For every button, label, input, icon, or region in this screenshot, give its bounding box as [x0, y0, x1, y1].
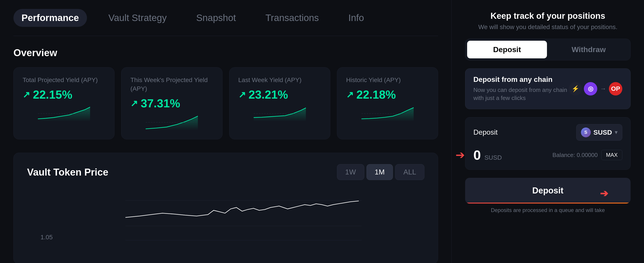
mini-chart-1	[130, 114, 213, 130]
stat-label-2: Last Week Yield (APY)	[238, 76, 321, 84]
tab-transactions[interactable]: Transactions	[258, 9, 327, 27]
deposit-amount: 0 SUSD	[474, 148, 502, 163]
main-tabs: Performance Vault Strategy Snapshot Tran…	[14, 9, 438, 27]
stat-label-0: Total Projected Yield (APY)	[22, 76, 105, 84]
red-arrow-icon: ➔	[456, 148, 465, 162]
mini-chart-3	[346, 106, 429, 122]
mini-chart-2	[238, 106, 321, 122]
trend-icon-3: ↗	[346, 90, 354, 100]
chart-title: Vault Token Price	[27, 166, 108, 178]
main-chart	[27, 189, 424, 252]
token-icon: S	[581, 128, 591, 137]
amount-value: 0	[474, 148, 481, 163]
tab-info[interactable]: Info	[340, 9, 372, 27]
right-title: Keep track of your positions	[465, 11, 630, 21]
deposit-top: Deposit S SUSD ▾	[474, 124, 622, 141]
deposit-note: Deposits are processed in a queue and wi…	[465, 207, 630, 213]
chain-icon-2: ◎	[584, 82, 597, 96]
right-header: Keep track of your positions We will sho…	[465, 11, 630, 31]
vault-chart-section: Vault Token Price 1W 1M ALL 1.05 1.04	[14, 153, 438, 263]
max-button[interactable]: MAX	[601, 150, 622, 160]
tab-snapshot[interactable]: Snapshot	[188, 9, 244, 27]
chain-card-desc: Now you can deposit from any chain with …	[474, 86, 569, 102]
amount-token-label: SUSD	[484, 154, 502, 161]
stat-value-2: ↗ 23.21%	[238, 88, 321, 101]
mini-chart-0	[22, 106, 105, 122]
trend-icon-1: ↗	[130, 98, 138, 108]
deposit-button-container: Deposit ➔	[465, 178, 630, 204]
deposit-btn-arrow-icon: ➔	[600, 188, 608, 199]
chart-header: Vault Token Price 1W 1M ALL	[27, 164, 424, 180]
chain-icons: ⚡ ◎ → OP	[569, 82, 622, 96]
stat-value-3: ↗ 22.18%	[346, 88, 429, 101]
chart-btn-1w[interactable]: 1W	[337, 164, 364, 180]
left-panel: Performance Vault Strategy Snapshot Tran…	[0, 0, 452, 263]
stat-value-1: ↗ 37.31%	[130, 96, 213, 110]
deposit-amount-row: ➔ 0 SUSD Balance: 0.00000 MAX	[474, 148, 622, 163]
chain-card-title: Deposit from any chain	[474, 75, 569, 84]
chain-icon-1: ⚡	[569, 82, 582, 96]
stat-card-total-projected: Total Projected Yield (APY) ↗ 22.15%	[14, 67, 114, 139]
deposit-button[interactable]: Deposit ➔	[465, 178, 630, 204]
right-subtitle: We will show you detailed status of your…	[465, 24, 630, 31]
deposit-box: Deposit S SUSD ▾ ➔ 0 SUSD Balance: 0.000…	[465, 117, 630, 170]
stat-label-3: Historic Yield (APY)	[346, 76, 429, 84]
action-tabs: Deposit Withdraw	[465, 39, 630, 60]
right-panel: Keep track of your positions We will sho…	[452, 0, 644, 263]
tab-vault-strategy[interactable]: Vault Strategy	[100, 9, 175, 27]
stat-value-0: ↗ 22.15%	[22, 88, 105, 101]
chain-icon-3: OP	[609, 82, 622, 96]
stat-cards: Total Projected Yield (APY) ↗ 22.15% Thi…	[14, 67, 438, 139]
stat-label-1: This Week's Projected Yield (APY)	[130, 76, 213, 93]
chevron-down-icon: ▾	[615, 129, 618, 136]
trend-icon-0: ↗	[22, 90, 30, 100]
tab-performance[interactable]: Performance	[14, 9, 87, 27]
chain-card: Deposit from any chain Now you can depos…	[465, 68, 630, 109]
chart-btn-all[interactable]: ALL	[395, 164, 424, 180]
stat-card-this-week: This Week's Projected Yield (APY) ↗ 37.3…	[121, 67, 222, 139]
tab-divider	[14, 36, 438, 36]
stat-card-last-week: Last Week Yield (APY) ↗ 23.21%	[229, 67, 330, 139]
balance-label: Balance: 0.00000	[552, 152, 598, 158]
action-tab-deposit[interactable]: Deposit	[467, 41, 547, 58]
chain-arrow: →	[600, 85, 606, 92]
balance-row: Balance: 0.00000 MAX	[552, 150, 622, 160]
deposit-label: Deposit	[474, 128, 498, 136]
chart-controls: 1W 1M ALL	[337, 164, 424, 180]
trend-icon-2: ↗	[238, 90, 246, 100]
y-label-1: 1.05	[40, 234, 53, 241]
action-tab-withdraw[interactable]: Withdraw	[549, 41, 628, 58]
token-selector[interactable]: S SUSD ▾	[576, 124, 622, 141]
overview-title: Overview	[14, 47, 438, 58]
chart-btn-1m[interactable]: 1M	[366, 164, 393, 180]
stat-card-historic: Historic Yield (APY) ↗ 22.18%	[337, 67, 438, 139]
token-name: SUSD	[594, 128, 612, 136]
